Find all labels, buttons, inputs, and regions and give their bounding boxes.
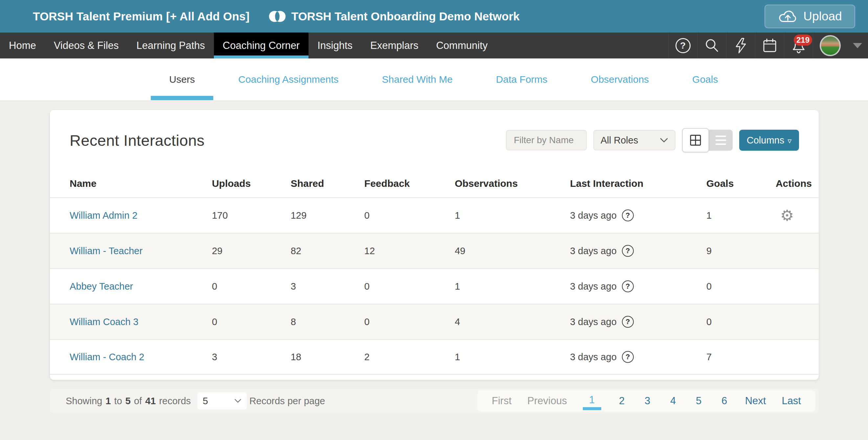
- goals-value: 1: [706, 210, 776, 221]
- nav-item-community[interactable]: Community: [427, 33, 496, 59]
- last-interaction-value: 3 days ago: [570, 352, 617, 363]
- records-per-page-label-wrap: Records per page: [249, 396, 325, 407]
- user-name-link[interactable]: Abbey Teacher: [70, 281, 133, 292]
- nav-item-exemplars[interactable]: Exemplars: [362, 33, 427, 59]
- quick-actions-button[interactable]: [726, 33, 755, 59]
- help-icon[interactable]: ?: [622, 209, 634, 221]
- shared-value: 8: [291, 316, 364, 327]
- shared-value: 129: [291, 210, 364, 221]
- to-label: to: [114, 396, 122, 407]
- user-name-link[interactable]: William Coach 3: [70, 316, 138, 327]
- avatar: [820, 35, 841, 56]
- help-button[interactable]: ?: [668, 33, 697, 59]
- user-name-link[interactable]: William Admin 2: [70, 210, 137, 221]
- help-icon[interactable]: ?: [622, 351, 634, 363]
- col-header-goals: Goals: [706, 178, 776, 189]
- goals-value: 9: [706, 246, 776, 257]
- columns-button[interactable]: Columns ▿: [739, 130, 799, 151]
- table-footer-bar: Showing 1 to 5 of 41 records 5 Records p…: [50, 388, 819, 413]
- of-label: of: [134, 396, 142, 407]
- tab-shared-with-me[interactable]: Shared With Me: [379, 59, 456, 100]
- pagination-first[interactable]: First: [492, 395, 512, 407]
- uploads-value: 29: [212, 246, 291, 257]
- help-icon: ?: [676, 38, 690, 53]
- chevron-down-icon: [234, 399, 242, 403]
- pagination-page-4[interactable]: 4: [668, 395, 678, 407]
- tab-goals[interactable]: Goals: [689, 59, 721, 100]
- col-header-uploads: Uploads: [212, 178, 291, 189]
- pagination-page-5[interactable]: 5: [694, 395, 704, 407]
- nav-items: Home Videos & Files Learning Paths Coach…: [0, 33, 496, 59]
- profile-caret-button[interactable]: [847, 33, 868, 59]
- table-row: William Admin 2 170 129 0 1 3 days ago ?…: [50, 197, 819, 233]
- feedback-value: 0: [364, 210, 455, 221]
- col-header-actions: Actions: [776, 178, 812, 189]
- nav-item-learning-paths[interactable]: Learning Paths: [127, 33, 214, 59]
- uploads-value: 3: [212, 352, 291, 363]
- observations-value: 1: [455, 210, 570, 221]
- columns-caret-icon: ▿: [787, 136, 792, 145]
- last-interaction-value: 3 days ago: [570, 246, 617, 257]
- help-icon[interactable]: ?: [622, 280, 634, 292]
- showing-from: 1: [105, 396, 111, 407]
- observations-value: 1: [455, 281, 570, 292]
- tab-users[interactable]: Users: [166, 59, 198, 100]
- records-per-page-value: 5: [203, 396, 208, 407]
- row-settings-gear-icon[interactable]: ⚙: [780, 207, 794, 224]
- col-header-feedback: Feedback: [364, 178, 455, 189]
- pagination-page-2[interactable]: 2: [617, 395, 627, 407]
- network-brand: TORSH Talent Onboarding Demo Network: [268, 9, 520, 23]
- tab-data-forms[interactable]: Data Forms: [493, 59, 551, 100]
- feedback-value: 0: [364, 316, 455, 327]
- pagination-last[interactable]: Last: [782, 395, 801, 407]
- pagination-previous[interactable]: Previous: [527, 395, 567, 407]
- tab-coaching-assignments[interactable]: Coaching Assignments: [235, 59, 342, 100]
- notification-badge: 219: [794, 34, 812, 46]
- goals-value: 0: [706, 281, 776, 292]
- nav-item-insights[interactable]: Insights: [309, 33, 362, 59]
- product-title: TORSH Talent Premium [+ All Add Ons]: [33, 10, 250, 23]
- goals-value: 7: [706, 352, 776, 363]
- view-toggle: [682, 130, 733, 151]
- nav-item-videos-files[interactable]: Videos & Files: [45, 33, 128, 59]
- roles-select[interactable]: All Roles: [593, 130, 676, 150]
- calendar-button[interactable]: [755, 33, 784, 59]
- card-header: Recent Interactions All Roles: [50, 110, 819, 151]
- help-icon[interactable]: ?: [622, 245, 634, 257]
- nav-item-coaching-corner[interactable]: Coaching Corner: [214, 33, 309, 59]
- pagination-page-6[interactable]: 6: [719, 395, 730, 407]
- filter-by-name-input[interactable]: [506, 130, 587, 150]
- col-header-shared: Shared: [291, 178, 364, 189]
- coaching-corner-subnav: Users Coaching Assignments Shared With M…: [0, 59, 868, 100]
- pagination-page-1[interactable]: 1: [583, 392, 601, 410]
- search-button[interactable]: [697, 33, 726, 59]
- list-view-button[interactable]: [707, 130, 733, 151]
- table-row: William Coach 3 0 8 0 4 3 days ago ? 0: [50, 304, 819, 339]
- observations-value: 4: [455, 316, 570, 327]
- tab-observations[interactable]: Observations: [587, 59, 652, 100]
- pagination-next[interactable]: Next: [745, 395, 766, 407]
- table-row: Abbey Teacher 0 3 0 1 3 days ago ? 0: [50, 268, 819, 304]
- pagination-page-3[interactable]: 3: [643, 395, 652, 407]
- torsh-logo-icon: [268, 9, 287, 23]
- observations-value: 49: [455, 246, 570, 257]
- records-per-page-select[interactable]: 5: [197, 393, 247, 409]
- network-title: TORSH Talent Onboarding Demo Network: [291, 10, 520, 23]
- recent-interactions-card: Recent Interactions All Roles: [50, 110, 819, 380]
- last-interaction-value: 3 days ago: [570, 210, 617, 221]
- records-label: records: [159, 396, 191, 407]
- last-interaction-value: 3 days ago: [570, 316, 617, 327]
- grid-view-button[interactable]: [682, 128, 709, 153]
- help-icon[interactable]: ?: [622, 316, 634, 328]
- upload-button[interactable]: Upload: [765, 5, 855, 28]
- showing-to: 5: [125, 396, 131, 407]
- cloud-upload-icon: [778, 9, 798, 24]
- feedback-value: 12: [364, 246, 455, 257]
- user-name-link[interactable]: William - Teacher: [70, 246, 143, 256]
- user-name-link[interactable]: William - Coach 2: [70, 352, 144, 362]
- notifications-button[interactable]: 219: [784, 33, 813, 59]
- showing-label: Showing: [66, 396, 102, 407]
- profile-menu-button[interactable]: [813, 33, 847, 59]
- col-header-observations: Observations: [455, 178, 570, 189]
- nav-item-home[interactable]: Home: [0, 33, 45, 59]
